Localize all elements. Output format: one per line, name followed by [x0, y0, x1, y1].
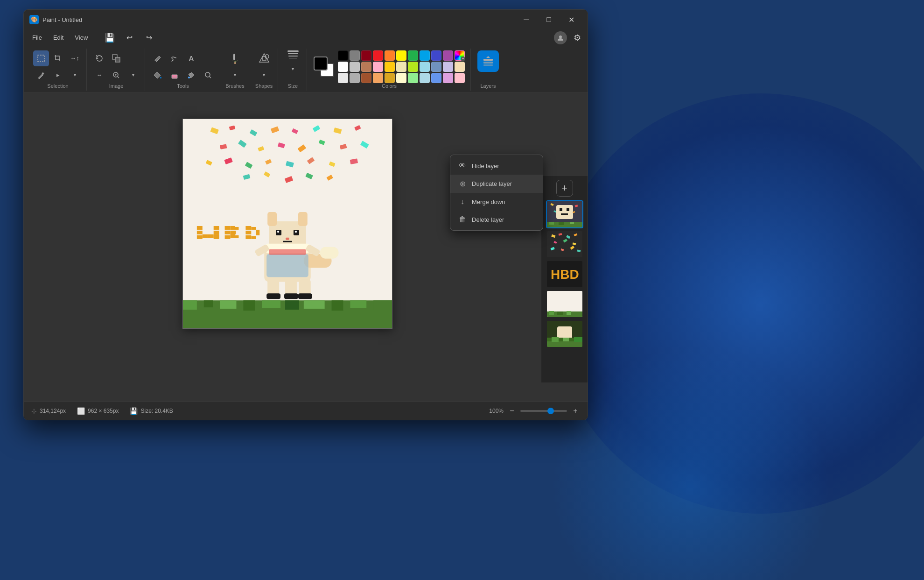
transform-button[interactable]: ↔↕	[67, 50, 83, 66]
handle-top-mid[interactable]	[286, 119, 289, 121]
context-menu-merge-down[interactable]: ↓ Merge down	[450, 193, 543, 211]
select-rect-button[interactable]	[33, 50, 49, 66]
layer-thumb-1[interactable]	[546, 200, 583, 228]
color-lavender[interactable]	[443, 62, 453, 72]
zoom-fit-button[interactable]	[108, 67, 124, 83]
brush-dropdown[interactable]: ▾	[227, 67, 243, 83]
minimize-button[interactable]: ─	[516, 12, 537, 27]
color-black[interactable]	[338, 50, 348, 61]
color-sandy[interactable]	[373, 73, 383, 83]
zoom-slider[interactable]	[520, 410, 567, 412]
color-yellow[interactable]	[396, 50, 406, 61]
layer-thumb-5[interactable]	[546, 320, 583, 348]
color-red[interactable]	[373, 50, 383, 61]
brush-select-button[interactable]	[227, 50, 243, 66]
color-darkred[interactable]	[361, 50, 371, 61]
svg-rect-35	[334, 127, 342, 134]
color-green[interactable]	[408, 50, 418, 61]
color-midgray[interactable]	[350, 73, 360, 83]
menu-file[interactable]: File	[28, 32, 47, 43]
zoom-in-button[interactable]: +	[571, 406, 580, 416]
handle-bot-right[interactable]	[390, 326, 392, 329]
context-menu-hide-layer[interactable]: 👁 Hide layer	[450, 157, 543, 175]
context-menu-delete-layer[interactable]: 🗑 Delete layer	[450, 211, 543, 228]
handle-bot-left[interactable]	[182, 326, 185, 329]
color-wheat[interactable]	[455, 62, 465, 72]
color-babyblue[interactable]	[420, 73, 430, 83]
color-blue[interactable]	[431, 50, 441, 61]
layers-label: Layers	[480, 83, 496, 89]
flip-button[interactable]: ↔	[91, 67, 107, 83]
redo-button[interactable]: ↪	[141, 30, 157, 46]
magic-wand-button[interactable]	[33, 67, 49, 83]
save-button[interactable]: 💾	[102, 30, 118, 46]
dropper-button[interactable]	[183, 67, 199, 83]
svg-rect-90	[267, 212, 277, 226]
svg-rect-51	[329, 162, 336, 167]
color-gray[interactable]	[350, 50, 360, 61]
zoom-out-button[interactable]: −	[507, 406, 517, 416]
layers-toggle-button[interactable]	[477, 50, 499, 72]
color-lime[interactable]	[408, 62, 418, 72]
color-cream[interactable]	[396, 62, 406, 72]
color-plum[interactable]	[443, 73, 453, 83]
shapes-select-button[interactable]	[256, 50, 272, 66]
color-white[interactable]	[338, 62, 348, 72]
layer-thumb-2[interactable]	[546, 230, 583, 258]
color-pink[interactable]	[455, 50, 465, 61]
size-dropdown[interactable]: ▾	[285, 61, 301, 77]
shapes-label: Shapes	[255, 83, 273, 89]
svg-rect-109	[561, 213, 568, 215]
handle-top-right[interactable]	[390, 119, 392, 121]
eraser-button[interactable]	[167, 67, 182, 83]
settings-button[interactable]: ⚙	[571, 31, 584, 44]
menu-edit[interactable]: Edit	[49, 32, 68, 43]
fill-button[interactable]	[150, 67, 166, 83]
close-button[interactable]: ✕	[560, 12, 582, 27]
color-lightgray[interactable]	[350, 62, 360, 72]
color-sienna[interactable]	[361, 73, 371, 83]
maximize-button[interactable]: □	[538, 12, 560, 27]
color-offwhite[interactable]	[338, 73, 348, 83]
color-periwinkle[interactable]	[431, 62, 441, 72]
menu-view[interactable]: View	[70, 32, 92, 43]
handle-mid-right[interactable]	[390, 222, 392, 226]
add-layer-button[interactable]: +	[556, 180, 573, 197]
fg-color-swatch[interactable]	[314, 57, 328, 71]
lasso-button[interactable]: ▸	[50, 67, 66, 83]
zoom-thumb[interactable]	[547, 408, 554, 414]
color-gold[interactable]	[385, 62, 395, 72]
color-goldenrod[interactable]	[385, 73, 395, 83]
pencil-button[interactable]	[150, 50, 166, 66]
crop-button[interactable]	[50, 50, 66, 66]
layer-thumb-4[interactable]	[546, 290, 583, 318]
rotate-button[interactable]	[91, 50, 107, 66]
svg-rect-87	[286, 238, 289, 240]
context-menu-duplicate-layer[interactable]: ⊕ Duplicate layer	[450, 175, 543, 193]
handle-bot-mid[interactable]	[286, 326, 289, 329]
brush-button[interactable]	[167, 50, 182, 66]
color-lightblue[interactable]	[420, 62, 430, 72]
zoom-button[interactable]	[200, 67, 216, 83]
color-purple[interactable]	[443, 50, 453, 61]
user-avatar[interactable]	[554, 31, 567, 44]
color-lightgreen[interactable]	[408, 73, 418, 83]
text-button[interactable]: A	[183, 50, 199, 66]
handle-mid-left[interactable]	[182, 222, 185, 226]
undo-button[interactable]: ↩	[121, 30, 137, 46]
layer-thumb-3[interactable]: HBD	[546, 260, 583, 288]
color-brown[interactable]	[361, 62, 371, 72]
resize-button[interactable]	[108, 50, 124, 66]
handle-top-left[interactable]	[182, 119, 185, 121]
color-orange[interactable]	[385, 50, 395, 61]
color-lightpink[interactable]	[373, 62, 383, 72]
select-dropdown[interactable]: ▾	[67, 67, 83, 83]
color-cyan[interactable]	[420, 50, 430, 61]
color-row-3	[338, 73, 465, 83]
paint-canvas[interactable]	[182, 119, 392, 329]
shapes-dropdown[interactable]: ▾	[256, 67, 272, 83]
color-cornblue[interactable]	[431, 73, 441, 83]
color-roseblush[interactable]	[455, 73, 465, 83]
color-lemon[interactable]	[396, 73, 406, 83]
image-dropdown[interactable]: ▾	[125, 67, 141, 83]
